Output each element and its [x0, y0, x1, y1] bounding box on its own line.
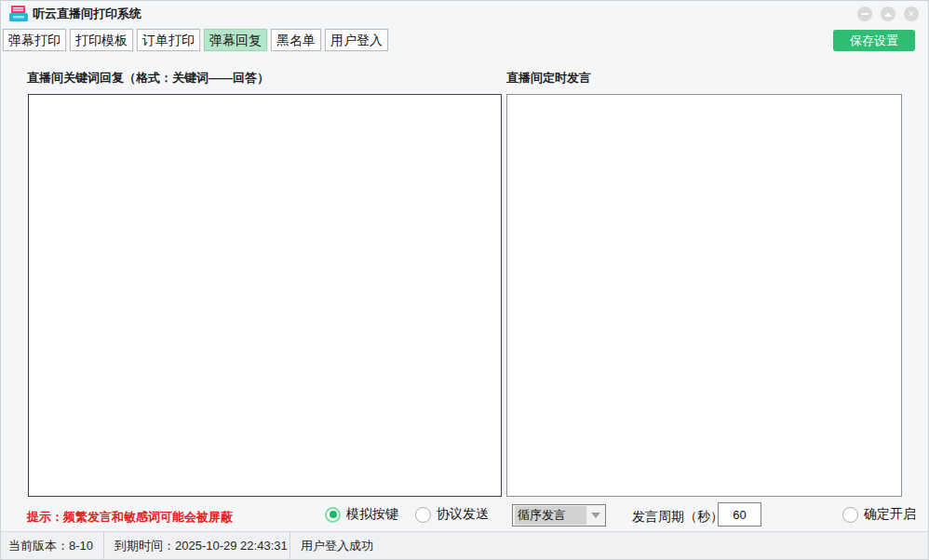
login-status-text: 用户登入成功: [301, 532, 373, 560]
keyword-reply-label: 直播间关键词回复（格式：关键词——回答）: [27, 70, 269, 87]
minimize-icon: [861, 13, 868, 15]
status-divider: [103, 532, 104, 560]
speech-mode-select[interactable]: 循序发言: [512, 504, 606, 527]
speech-period-input[interactable]: [718, 502, 761, 527]
chevron-down-icon: [586, 513, 605, 518]
maximize-button[interactable]: [881, 7, 895, 21]
tab-order-print[interactable]: 订单打印: [137, 29, 200, 51]
timed-speech-textarea[interactable]: [506, 94, 902, 497]
simulate-key-radio[interactable]: 模拟按键: [325, 506, 398, 523]
maximize-icon: [884, 12, 892, 17]
tab-print-template[interactable]: 打印模板: [70, 29, 133, 51]
radio-selected-icon: [325, 507, 341, 523]
status-divider: [289, 532, 290, 560]
frequency-warning-text: 提示：频繁发言和敏感词可能会被屏蔽: [27, 509, 233, 526]
simulate-key-label: 模拟按键: [346, 506, 398, 523]
tab-bar: 弹幕打印 打印模板 订单打印 弹幕回复 黑名单 用户登入: [3, 29, 388, 51]
protocol-send-radio[interactable]: 协议发送: [415, 506, 489, 523]
close-button[interactable]: ✕: [904, 7, 919, 21]
confirm-start-label: 确定开启: [864, 506, 916, 523]
tab-blacklist[interactable]: 黑名单: [271, 29, 321, 51]
speech-mode-value: 循序发言: [515, 506, 586, 525]
keyword-reply-textarea[interactable]: [28, 94, 502, 497]
window-title: 听云直播间打印系统: [33, 1, 141, 27]
app-window: 听云直播间打印系统 ✕ 弹幕打印 打印模板 订单打印 弹幕回复 黑名单 用户登入…: [0, 0, 929, 560]
radio-unselected-icon: [415, 507, 431, 523]
printer-icon: [8, 5, 29, 23]
tab-user-login[interactable]: 用户登入: [325, 29, 388, 51]
minimize-button[interactable]: [857, 7, 872, 21]
tab-danmu-print[interactable]: 弹幕打印: [3, 29, 66, 51]
window-controls: ✕: [857, 7, 919, 21]
expire-time-text: 到期时间：2025-10-29 22:43:31: [114, 532, 288, 560]
titlebar: 听云直播间打印系统 ✕: [1, 1, 928, 27]
protocol-send-label: 协议发送: [437, 506, 489, 523]
version-text: 当前版本：8-10: [8, 532, 93, 560]
timed-speech-label: 直播间定时发言: [506, 70, 591, 87]
tab-danmu-reply[interactable]: 弹幕回复: [204, 29, 267, 51]
save-settings-button[interactable]: 保存设置: [833, 30, 915, 51]
confirm-start-radio[interactable]: 确定开启: [842, 506, 916, 523]
radio-unselected-icon: [842, 507, 858, 523]
close-icon: ✕: [908, 10, 915, 19]
speech-period-label: 发言周期（秒）: [632, 509, 723, 526]
status-bar: 当前版本：8-10 到期时间：2025-10-29 22:43:31 用户登入成…: [1, 531, 928, 559]
